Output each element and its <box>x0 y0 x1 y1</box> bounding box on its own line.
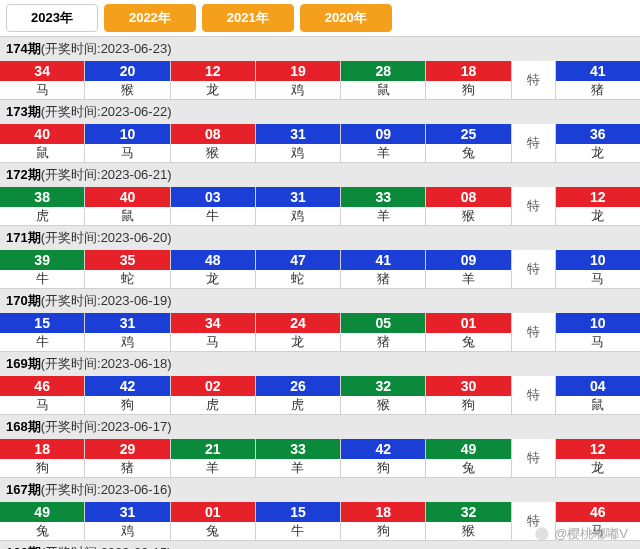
ball-cell: 15牛 <box>0 313 85 351</box>
ball-cell: 10马 <box>85 124 170 162</box>
ball-number: 30 <box>426 376 510 396</box>
special-number: 36 <box>556 124 640 144</box>
ball-zodiac: 虎 <box>291 396 304 414</box>
special-label-cell: 特 <box>512 439 556 477</box>
ball-number: 09 <box>426 250 510 270</box>
issue-header: 167期(开奖时间:2023-06-16) <box>0 478 640 502</box>
ball-zodiac: 虎 <box>206 396 219 414</box>
ball-zodiac: 狗 <box>377 459 390 477</box>
issue-header: 169期(开奖时间:2023-06-18) <box>0 352 640 376</box>
year-tab-2023年[interactable]: 2023年 <box>6 4 98 32</box>
balls-row: 34马20猴12龙19鸡28鼠18狗特41猪 <box>0 61 640 99</box>
issue-170: 170期(开奖时间:2023-06-19)15牛31鸡34马24龙05猪01兔特… <box>0 288 640 351</box>
ball-number: 12 <box>171 61 255 81</box>
ball-zodiac: 狗 <box>121 396 134 414</box>
year-tab-2020年[interactable]: 2020年 <box>300 4 392 32</box>
ball-zodiac: 马 <box>36 396 49 414</box>
ball-cell: 01兔 <box>426 313 511 351</box>
ball-cell: 30狗 <box>426 376 511 414</box>
ball-cell: 19鸡 <box>256 61 341 99</box>
ball-number: 18 <box>0 439 84 459</box>
special-zodiac: 马 <box>591 522 604 540</box>
ball-cell: 25兔 <box>426 124 511 162</box>
special-zodiac: 鼠 <box>591 396 604 414</box>
ball-zodiac: 马 <box>206 333 219 351</box>
ball-zodiac: 狗 <box>36 459 49 477</box>
ball-zodiac: 龙 <box>206 81 219 99</box>
ball-cell: 21羊 <box>171 439 256 477</box>
special-ball-cell: 10马 <box>556 250 640 288</box>
ball-cell: 18狗 <box>341 502 426 540</box>
ball-zodiac: 兔 <box>462 144 475 162</box>
ball-number: 39 <box>0 250 84 270</box>
special-ball-cell: 04鼠 <box>556 376 640 414</box>
ball-number: 49 <box>0 502 84 522</box>
special-ball-cell: 36龙 <box>556 124 640 162</box>
issue-header: 174期(开奖时间:2023-06-23) <box>0 37 640 61</box>
ball-number: 10 <box>85 124 169 144</box>
ball-number: 03 <box>171 187 255 207</box>
ball-zodiac: 猪 <box>377 270 390 288</box>
ball-number: 31 <box>85 313 169 333</box>
ball-zodiac: 马 <box>121 144 134 162</box>
ball-zodiac: 兔 <box>36 522 49 540</box>
special-label-cell: 特 <box>512 124 556 162</box>
year-tab-2021年[interactable]: 2021年 <box>202 4 294 32</box>
ball-number: 01 <box>171 502 255 522</box>
ball-cell: 42狗 <box>85 376 170 414</box>
ball-number: 15 <box>256 502 340 522</box>
special-label-cell: 特 <box>512 502 556 540</box>
ball-cell: 28鼠 <box>341 61 426 99</box>
special-number: 12 <box>556 187 640 207</box>
ball-zodiac: 猪 <box>121 459 134 477</box>
ball-zodiac: 虎 <box>36 207 49 225</box>
special-label-cell: 特 <box>512 187 556 225</box>
issue-168: 168期(开奖时间:2023-06-17)18狗29猪21羊33羊42狗49兔特… <box>0 414 640 477</box>
results-list: 174期(开奖时间:2023-06-23)34马20猴12龙19鸡28鼠18狗特… <box>0 36 640 549</box>
ball-number: 41 <box>341 250 425 270</box>
ball-number: 42 <box>85 376 169 396</box>
year-tab-2022年[interactable]: 2022年 <box>104 4 196 32</box>
ball-cell: 40鼠 <box>85 187 170 225</box>
ball-cell: 31鸡 <box>85 502 170 540</box>
year-tabs: 2023年2022年2021年2020年 <box>0 0 640 36</box>
balls-row: 46马42狗02虎26虎32猴30狗特04鼠 <box>0 376 640 414</box>
ball-number: 01 <box>426 313 510 333</box>
issue-167: 167期(开奖时间:2023-06-16)49兔31鸡01兔15牛18狗32猴特… <box>0 477 640 540</box>
special-zodiac: 马 <box>591 270 604 288</box>
ball-number: 38 <box>0 187 84 207</box>
ball-zodiac: 牛 <box>36 270 49 288</box>
ball-number: 19 <box>256 61 340 81</box>
ball-zodiac: 鼠 <box>377 81 390 99</box>
ball-cell: 38虎 <box>0 187 85 225</box>
ball-number: 34 <box>0 61 84 81</box>
ball-zodiac: 鸡 <box>291 144 304 162</box>
ball-cell: 34马 <box>171 313 256 351</box>
ball-zodiac: 兔 <box>206 522 219 540</box>
ball-number: 48 <box>171 250 255 270</box>
ball-number: 47 <box>256 250 340 270</box>
ball-zodiac: 兔 <box>462 333 475 351</box>
ball-zodiac: 羊 <box>377 207 390 225</box>
ball-zodiac: 蛇 <box>291 270 304 288</box>
ball-zodiac: 鼠 <box>121 207 134 225</box>
ball-number: 32 <box>341 376 425 396</box>
ball-number: 42 <box>341 439 425 459</box>
ball-cell: 33羊 <box>341 187 426 225</box>
ball-zodiac: 羊 <box>377 144 390 162</box>
balls-row: 39牛35蛇48龙47蛇41猪09羊特10马 <box>0 250 640 288</box>
ball-number: 05 <box>341 313 425 333</box>
special-ball-cell: 46马 <box>556 502 640 540</box>
ball-zodiac: 鼠 <box>36 144 49 162</box>
special-ball-cell: 10马 <box>556 313 640 351</box>
ball-zodiac: 龙 <box>206 270 219 288</box>
ball-cell: 33羊 <box>256 439 341 477</box>
ball-zodiac: 猴 <box>121 81 134 99</box>
balls-row: 18狗29猪21羊33羊42狗49兔特12龙 <box>0 439 640 477</box>
ball-number: 35 <box>85 250 169 270</box>
issue-header: 168期(开奖时间:2023-06-17) <box>0 415 640 439</box>
issue-172: 172期(开奖时间:2023-06-21)38虎40鼠03牛31鸡33羊08猴特… <box>0 162 640 225</box>
ball-number: 08 <box>171 124 255 144</box>
ball-number: 25 <box>426 124 510 144</box>
ball-cell: 08猴 <box>426 187 511 225</box>
